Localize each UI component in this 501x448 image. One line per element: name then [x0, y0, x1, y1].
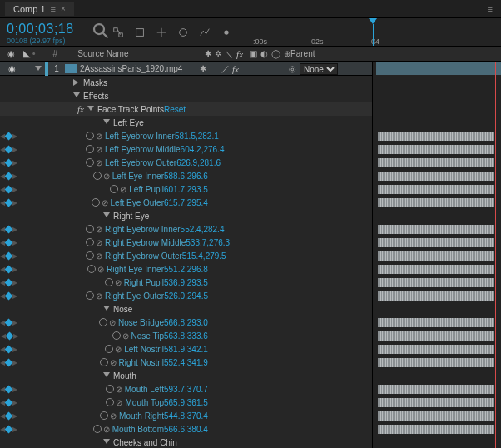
stopwatch-icon[interactable]	[105, 345, 113, 353]
draft3d-icon[interactable]	[133, 26, 146, 39]
animated-property[interactable]: ◀▶⊘Left Nostril581.9,342.1	[0, 342, 372, 356]
switch-icon[interactable]: ▣	[250, 49, 257, 58]
expression-link-icon[interactable]: ⊘	[96, 291, 102, 301]
stopwatch-icon[interactable]	[100, 358, 108, 366]
animated-property[interactable]: ◀▶⊘Mouth Left593.7,370.7	[0, 382, 372, 396]
keyframe-bar[interactable]	[378, 398, 494, 407]
timeline-row[interactable]	[373, 276, 501, 289]
add-keyframe-icon[interactable]	[6, 331, 14, 340]
switch-icon[interactable]: ◐	[260, 49, 268, 58]
property-label[interactable]: Right Nostril	[119, 358, 164, 367]
expression-link-icon[interactable]: ⊘	[96, 145, 102, 154]
add-keyframe-icon[interactable]	[5, 411, 13, 420]
stopwatch-icon[interactable]	[100, 411, 108, 420]
property-label[interactable]: Face Track Points	[97, 105, 164, 114]
fx-switch[interactable]: fx	[232, 64, 239, 74]
property-group[interactable]: Cheeks and Chin	[0, 436, 372, 448]
stopwatch-icon[interactable]	[110, 185, 118, 193]
add-keyframe-icon[interactable]	[5, 172, 13, 180]
property-label[interactable]: Mouth Bottom	[112, 425, 164, 434]
property-group[interactable]: Right Eye	[0, 209, 372, 222]
timeline-row[interactable]	[373, 342, 501, 356]
animated-property[interactable]: ◀▶⊘Left Eyebrow Inner581.5,282.1	[0, 129, 372, 142]
layer-bar[interactable]	[376, 62, 501, 75]
add-keyframe-icon[interactable]	[5, 425, 13, 433]
av-features-column[interactable]: ◉	[0, 49, 23, 58]
animated-property[interactable]: ◀▶⊘Right Eye Inner551.2,296.8	[0, 262, 372, 276]
property-label[interactable]: Mouth	[113, 371, 136, 381]
animated-property[interactable]: ◀▶⊘Nose Tip563.8,333.6	[0, 329, 372, 342]
stopwatch-icon[interactable]	[86, 238, 94, 246]
expression-link-icon[interactable]: ⊘	[96, 132, 102, 141]
property-label[interactable]: Left Eye	[113, 118, 144, 127]
timeline-row[interactable]	[373, 182, 501, 196]
lock-column[interactable]: ◣ •	[23, 48, 53, 59]
timeline-row[interactable]	[373, 289, 501, 302]
timeline-row[interactable]	[373, 209, 501, 222]
add-keyframe-icon[interactable]	[5, 345, 13, 353]
property-label[interactable]: Right Eye Inner	[107, 265, 164, 274]
layer-switch[interactable]: ／	[221, 63, 230, 75]
timeline-row[interactable]	[373, 316, 501, 329]
layer-name[interactable]: 2AssassinsParis_1920.mp4	[80, 64, 182, 73]
expression-link-icon[interactable]: ⊘	[116, 398, 122, 407]
animated-property[interactable]: ◀▶⊘Right Eyebrow Middle533.7,276.3	[0, 236, 372, 249]
keyframe-bar[interactable]	[378, 225, 494, 234]
timeline-row[interactable]	[373, 422, 501, 436]
expression-link-icon[interactable]: ⊘	[116, 385, 122, 394]
expression-link-icon[interactable]: ⊘	[103, 425, 110, 434]
stopwatch-icon[interactable]	[86, 225, 94, 233]
animated-property[interactable]: ◀▶⊘Nose Bridge566.8,293.0	[0, 316, 372, 329]
layer-twirl-icon[interactable]	[35, 66, 42, 72]
timeline-row[interactable]	[373, 436, 501, 448]
expression-link-icon[interactable]: ⊘	[110, 411, 117, 421]
add-keyframe-icon[interactable]	[5, 265, 13, 273]
comp-flowchart-icon[interactable]	[112, 26, 125, 39]
parent-column-header[interactable]: Parent	[290, 49, 373, 58]
property-label[interactable]: Right Eye	[113, 212, 149, 221]
add-keyframe-icon[interactable]	[5, 358, 13, 366]
stopwatch-icon[interactable]	[106, 398, 114, 406]
add-keyframe-icon[interactable]	[5, 318, 13, 326]
property-value[interactable]: 533.7,276.3	[186, 238, 310, 247]
property-value[interactable]: 552.4,341.9	[164, 358, 289, 367]
stopwatch-icon[interactable]	[86, 251, 94, 260]
stopwatch-icon[interactable]	[105, 278, 113, 286]
timeline-row[interactable]	[373, 129, 501, 142]
twirl-icon[interactable]	[87, 106, 94, 112]
timeline-row[interactable]	[373, 169, 501, 182]
add-keyframe-icon[interactable]	[5, 291, 13, 300]
pickwhip-icon[interactable]: ◎	[289, 64, 296, 73]
source-name-column-header[interactable]: Source Name	[72, 49, 205, 58]
keyframe-bar[interactable]	[378, 238, 494, 247]
timeline-row[interactable]	[373, 396, 501, 409]
keyframe-bar[interactable]	[378, 278, 494, 287]
property-label[interactable]: Nose Tip	[131, 331, 164, 341]
animated-property[interactable]: ◀▶⊘Mouth Right544.8,370.4	[0, 409, 372, 422]
expression-link-icon[interactable]: ⊘	[102, 198, 108, 207]
add-keyframe-icon[interactable]	[5, 198, 13, 207]
property-group[interactable]: Nose	[0, 302, 372, 316]
property-label[interactable]: Left Eye Inner	[112, 172, 164, 181]
property-value[interactable]: 536.9,293.5	[164, 278, 289, 287]
twirl-icon[interactable]	[103, 372, 110, 379]
switch-icon[interactable]: ✱	[205, 49, 211, 58]
expression-link-icon[interactable]: ⊘	[120, 185, 126, 194]
fx-switch-icon[interactable]: fx	[236, 49, 243, 59]
animated-property[interactable]: ◀▶⊘Right Pupil536.9,293.5	[0, 276, 372, 289]
property-value[interactable]: 593.7,370.7	[164, 385, 289, 394]
stopwatch-icon[interactable]	[92, 198, 100, 207]
parent-dropdown[interactable]: None	[300, 63, 338, 75]
property-label[interactable]: Left Eye Outer	[111, 198, 164, 207]
stopwatch-icon[interactable]	[86, 132, 94, 140]
add-keyframe-icon[interactable]	[5, 238, 13, 246]
keyframe-bar[interactable]	[378, 331, 494, 341]
close-icon[interactable]: ×	[61, 4, 66, 13]
stopwatch-icon[interactable]	[93, 172, 102, 180]
keyframe-bar[interactable]	[378, 358, 494, 367]
animated-property[interactable]: ◀▶⊘Mouth Top565.9,361.5	[0, 396, 372, 409]
switch-icon[interactable]: ⊕	[284, 49, 290, 58]
expression-link-icon[interactable]: ⊘	[96, 225, 102, 234]
property-value[interactable]: 581.9,342.1	[164, 345, 289, 354]
stopwatch-icon[interactable]	[106, 385, 114, 393]
